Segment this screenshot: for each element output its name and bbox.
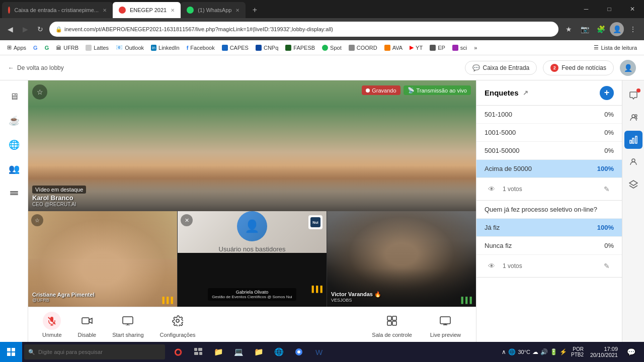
bookmark-spot[interactable]: Spot [319, 44, 345, 52]
taskbar-edge[interactable]: 🌐 [270, 343, 288, 361]
ava-favicon [384, 45, 390, 51]
star-button[interactable]: ☆ [32, 84, 47, 100]
bookmark-lattes[interactable]: Lattes [83, 44, 112, 52]
sidebar-icon-globe[interactable]: 🌐 [4, 135, 24, 155]
bookmark-reading-list[interactable]: ☰ Lista de leitura [591, 43, 640, 52]
bookmark-outlook[interactable]: 📧 Outlook [113, 43, 147, 52]
screen-share-svg [122, 316, 133, 325]
network-icon[interactable]: 🌐 [508, 348, 516, 355]
configuracoes-button[interactable]: Configurações [154, 309, 202, 341]
tab-whatsapp-close[interactable]: ✕ [235, 8, 239, 13]
camera-button[interactable]: 📷 [578, 22, 592, 36]
tab-enegep-close[interactable]: ✕ [171, 8, 175, 13]
taskbar-cortana[interactable]: ⭕ [169, 343, 187, 361]
more-options-button[interactable]: ⋮ [626, 22, 640, 36]
refresh-button[interactable]: ↻ [34, 23, 46, 35]
tab-gmail[interactable]: Caixa de entrada - cristianepime... ✕ [2, 2, 113, 18]
poll-option-text-2: 1001-5000 [485, 129, 600, 136]
cloud-icon: ☁ [532, 348, 538, 355]
maximize-button[interactable]: □ [598, 0, 621, 18]
extensions-button[interactable]: 🧩 [594, 22, 608, 36]
notification-center-button[interactable]: 💬 [622, 343, 640, 361]
volume-icon[interactable]: 🔊 [540, 348, 548, 355]
url-bar[interactable]: 🔒 inevent.com/pt/ABEPRO/ENEGEP2021-16318… [49, 22, 558, 37]
user-avatar[interactable]: 👤 [620, 60, 636, 76]
layers-strip-icon[interactable] [624, 175, 642, 193]
taskbar-task-view[interactable] [189, 343, 207, 361]
taskbar-explorer[interactable]: 📁 [209, 343, 227, 361]
thumb1-signal-icon: ▐▐▐ [160, 297, 173, 304]
bookmark-linkedin[interactable]: in LinkedIn [148, 44, 183, 52]
people-strip-icon[interactable] [624, 109, 642, 127]
thumb2-org: Gestão de Eventos Científicos @ Somos Nu… [212, 295, 292, 299]
main-area: 🖥 ☕ 🌐 👥 [0, 80, 644, 342]
thumb2-star-button[interactable]: ✕ [181, 214, 193, 226]
sidebar-icon-users[interactable]: 👥 [4, 159, 24, 179]
new-tab-button[interactable]: + [248, 3, 262, 17]
sala-controle-button[interactable]: Sala de controle [365, 309, 419, 341]
poll-strip-icon[interactable] [624, 131, 642, 149]
disable-button[interactable]: Disable [72, 309, 103, 341]
live-preview-button[interactable]: Live preview [423, 309, 468, 341]
bookmark-g2[interactable]: G [42, 44, 52, 52]
bookmark-sci[interactable]: sci [449, 44, 470, 52]
bookmark-g[interactable]: G [30, 44, 41, 52]
tab-enegep[interactable]: ENEGEP 2021 ✕ [113, 2, 181, 18]
live-badge: 📡 Transmissão ao vivo [404, 85, 471, 95]
sidebar-icon-layers[interactable] [4, 183, 24, 203]
controls-bar: Unmute Disable [28, 307, 476, 342]
taskbar-word[interactable]: W [310, 343, 328, 361]
taskbar-search-area[interactable]: 🔍 [24, 344, 165, 359]
edit-poll-1-button[interactable]: ✎ [600, 182, 614, 196]
sidebar-icon-screen[interactable]: 🖥 [4, 86, 24, 107]
thumb1-star-button[interactable]: ☆ [31, 214, 43, 226]
bookmark-cnpq[interactable]: CNPq [253, 44, 281, 52]
sidebar-icon-coffee[interactable]: ☕ [4, 111, 24, 131]
chat-svg [629, 91, 638, 100]
start-button[interactable] [0, 342, 22, 362]
feed-button[interactable]: 2 Feed de notícias [543, 60, 614, 75]
bookmark-facebook[interactable]: f Facebook [184, 44, 218, 52]
time-display: 17:09 [604, 346, 618, 352]
page-content: ← De volta ao lobby 💬 Caixa de Entrada 2… [0, 55, 644, 342]
start-sharing-button[interactable]: Start sharing [106, 309, 149, 341]
close-button[interactable]: ✕ [621, 0, 644, 18]
back-nav-button[interactable]: ◀ [4, 23, 16, 35]
eye-hide-icon[interactable]: 👁 [485, 182, 499, 196]
bookmark-fapesb[interactable]: FAPESB [282, 44, 318, 52]
bookmark-more[interactable]: » [471, 44, 480, 52]
unmute-button[interactable]: Unmute [36, 309, 68, 341]
taskbar-chrome[interactable] [290, 343, 308, 361]
bookmark-apps[interactable]: ⊞ Apps [4, 43, 29, 52]
tab-whatsapp[interactable]: (1) WhatsApp ✕ [181, 2, 246, 18]
far-right-strip [622, 80, 644, 342]
bookmark-yt[interactable]: ▶ YT [407, 43, 426, 52]
bookmark-star-button[interactable]: ★ [561, 22, 576, 36]
bookmark-coord[interactable]: COORD [346, 44, 380, 52]
inbox-button[interactable]: 💬 Caixa de Entrada [465, 61, 537, 75]
forward-nav-button[interactable]: ▶ [19, 23, 31, 35]
chevron-up-icon[interactable]: ∧ [502, 348, 506, 355]
bookmark-capes[interactable]: CAPES [219, 44, 252, 52]
poll-option-pct-4: 100% [597, 165, 614, 172]
ufrb-icon: 🏛 [56, 45, 61, 51]
add-poll-button[interactable]: + [600, 86, 614, 100]
minimize-button[interactable]: ─ [575, 0, 598, 18]
thumbnail-1: ☆ Cristiane Agra Pimentel @UFRB ▐▐▐ [28, 211, 178, 307]
tab-gmail-close[interactable]: ✕ [103, 8, 107, 13]
backstage-label: Usuário nos bastidores [219, 245, 286, 253]
taskbar-store[interactable]: 💻 [229, 343, 248, 361]
taskbar-search-input[interactable] [38, 349, 149, 355]
reading-list-icon: ☰ [594, 44, 599, 51]
user-strip-icon[interactable] [624, 153, 642, 171]
profile-button[interactable]: 👤 [610, 22, 624, 36]
bookmark-ufrb[interactable]: 🏛 UFRB [53, 44, 82, 52]
eye-hide-icon-2[interactable]: 👁 [485, 259, 499, 273]
bookmark-ava[interactable]: AVA [381, 44, 406, 52]
edit-poll-2-button[interactable]: ✎ [600, 259, 614, 273]
bookmark-ep[interactable]: EP [427, 44, 448, 52]
back-to-lobby-button[interactable]: ← De volta ao lobby [8, 64, 64, 71]
taskbar-files[interactable]: 📁 [250, 343, 268, 361]
chat-strip-icon[interactable] [624, 86, 642, 105]
external-link-icon[interactable]: ↗ [523, 89, 528, 97]
